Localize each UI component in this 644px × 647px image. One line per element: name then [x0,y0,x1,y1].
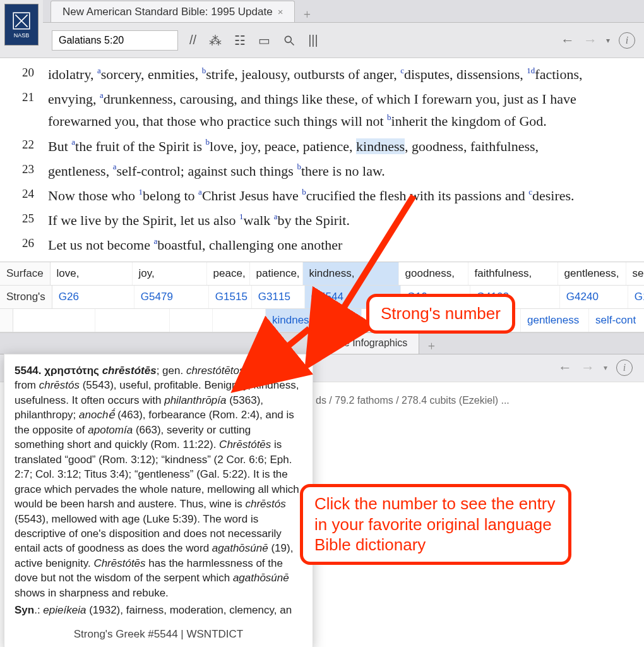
verse-row: 26Let us not become aboastful, challengi… [0,234,630,256]
footnote-marker[interactable]: a [113,162,117,171]
sense-link[interactable]: kindness (quality) [266,309,362,332]
surface-word: love, [51,262,133,285]
footnote-marker[interactable]: b [297,162,301,171]
surface-word: joy, [133,262,207,285]
strongs-number-link[interactable]: G26 [52,286,134,308]
verse-text[interactable]: Let us not become aboastful, challenging… [48,234,630,256]
tab-infographics[interactable]: ware Infographics [316,332,419,354]
search-icon[interactable] [283,33,295,48]
highlighted-word[interactable]: kindness [356,138,405,154]
tab-strip: New American Standard Bible: 1995 Update… [43,0,644,23]
verse-text[interactable]: idolatry, asorcery, enmities, bstrife, j… [48,63,630,85]
footnote-marker[interactable]: 1 [139,187,143,197]
verse-row: 23gentleness, aself-control; against suc… [0,160,630,182]
verse-text[interactable]: envying, adrunkenness, carousing, and th… [48,88,630,132]
verse-number: 22 [0,135,48,157]
lower-tab-title: ware Infographics [328,337,407,349]
verse-number: 26 [0,234,48,256]
grid-row-sense: kindness (quality)goodnessfaithfulnessge… [0,309,644,332]
lower-back-icon[interactable]: ← [558,360,572,376]
verse-number: 24 [0,184,48,207]
callout-strongs-number: Strong's number [366,294,515,334]
verse-number: 23 [0,160,48,182]
surface-word: goodness, [399,262,468,285]
footnote-marker[interactable]: a [100,90,104,100]
footnote-marker[interactable]: b [387,112,391,122]
strongs-number-link[interactable]: G1515 [209,286,252,308]
reference-input[interactable] [52,30,178,51]
add-tab-button[interactable]: + [297,8,316,22]
list-icon[interactable]: ☷ [234,33,246,48]
dictionary-popup: 5544. χρηστότης chrēstótēs; gen. chrestó… [4,354,313,553]
parallel-icon[interactable]: // [189,33,196,48]
footnote-marker[interactable]: c [528,187,532,197]
close-icon[interactable]: × [278,6,283,17]
app-badge: NASB [0,0,43,57]
surface-word: gentleness, [558,262,626,285]
sense-link[interactable] [13,309,95,332]
entry-number: 5544. [15,365,42,377]
footnote-marker[interactable]: b [302,187,306,197]
forward-icon[interactable]: → [583,32,597,49]
lower-text: ds / 79.2 fathoms / 278.4 cubits (Ezekie… [316,395,510,406]
info-icon[interactable]: i [619,32,635,49]
grid-label: Surface [0,262,51,285]
verse-row: 24Now those who 1belong to aChrist Jesus… [0,184,630,207]
grid-label [0,309,13,332]
verse-text[interactable]: If we live by the Spirit, let us also 1w… [48,209,630,231]
footnote-marker[interactable]: a [71,137,75,147]
verse-text[interactable]: Now those who 1belong to aChrist Jesus h… [48,184,630,207]
svg-line-2 [291,42,294,45]
grid-row-surface: Surfacelove,joy,peace,patience,kindness,… [0,262,644,286]
sense-link[interactable]: gentleness [521,309,589,332]
footnote-marker[interactable]: 1d [527,66,535,75]
nasb-badge[interactable]: NASB [4,4,39,45]
entry-translit: chrēstótēs [102,365,157,377]
entry-greek: χρηστότης [44,365,99,377]
footnote-marker[interactable]: a [97,66,101,75]
sense-link[interactable] [170,309,213,332]
interlinear-grid: Surfacelove,joy,peace,patience,kindness,… [0,262,644,332]
sense-link[interactable] [213,309,266,332]
footnote-marker[interactable]: c [400,66,404,75]
svg-point-1 [285,36,291,42]
reading-icon[interactable]: ▭ [258,33,270,48]
surface-word: self-cont [626,262,644,285]
footnote-marker[interactable]: a [153,236,157,246]
verse-number: 21 [0,88,48,132]
columns-icon[interactable]: ||| [308,33,318,48]
footnote-marker[interactable]: b [202,66,206,75]
lower-info-icon[interactable]: i [616,360,633,376]
dots-icon[interactable]: ⁂ [209,33,222,48]
bible-text-pane: 20idolatry, asorcery, enmities, bstrife,… [0,58,644,262]
popup-body: 5544. χρηστότης chrēstótēs; gen. chrestó… [15,363,302,553]
grid-label: Strong's [0,286,52,308]
lower-history-dropdown-icon[interactable]: ▾ [604,363,607,372]
window-chrome: NASB New American Standard Bible: 1995 U… [0,0,644,58]
footnote-marker[interactable]: b [206,137,210,147]
sense-link[interactable] [95,309,170,332]
strongs-number-link[interactable]: G3115 [252,286,305,308]
verse-row: 25If we live by the Spirit, let us also … [0,209,630,231]
lower-forward-icon[interactable]: → [581,360,595,376]
surface-word: kindness, [303,262,399,285]
strongs-number-link[interactable]: G4240 [560,286,628,308]
back-icon[interactable]: ← [561,32,575,49]
surface-word: faithfulness, [468,262,558,285]
verse-row: 22But athe fruit of the Spirit is blove,… [0,135,630,157]
tab-nasb[interactable]: New American Standard Bible: 1995 Update… [51,1,295,22]
strongs-number-link[interactable]: G5479 [134,286,209,308]
sense-link[interactable]: self-cont [589,309,644,332]
lower-add-tab[interactable]: + [422,339,441,354]
callout-click-instruction: Click the number to see the entry in you… [300,484,571,553]
nasb-icon [11,11,32,31]
verse-text[interactable]: But athe fruit of the Spirit is blove, j… [48,135,630,157]
verse-row: 20idolatry, asorcery, enmities, bstrife,… [0,63,630,85]
footnote-marker[interactable]: a [274,212,278,221]
footnote-marker[interactable]: a [198,187,202,197]
verse-text[interactable]: gentleness, aself-control; against such … [48,160,630,182]
history-dropdown-icon[interactable]: ▾ [606,36,610,45]
footnote-marker[interactable]: 1 [239,212,244,221]
tab-title: New American Standard Bible: 1995 Update [63,6,273,18]
strongs-number-link[interactable]: G1466 [628,286,644,308]
